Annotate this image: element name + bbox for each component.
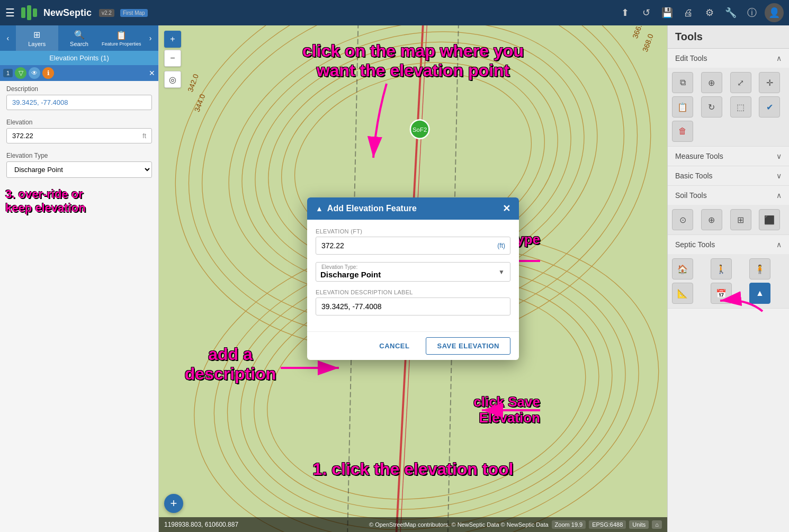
- elevation-points-header: Elevation Points (1): [0, 51, 158, 65]
- delete-tool-button[interactable]: 🗑: [672, 121, 693, 142]
- print-icon[interactable]: 🖨: [680, 4, 697, 21]
- elevation-input[interactable]: 372.22: [7, 129, 137, 143]
- measure-tools-header[interactable]: Measure Tools ∨: [668, 147, 789, 166]
- septic-person-tool[interactable]: 🚶: [711, 258, 732, 279]
- elevation-type-select[interactable]: Discharge Point High Point Low Point: [6, 161, 152, 178]
- soil-tool-1[interactable]: ⊙: [672, 209, 693, 230]
- soil-tool-3[interactable]: ⊞: [730, 209, 751, 230]
- tools-icon[interactable]: 🔧: [722, 4, 739, 21]
- basic-tools-header[interactable]: Basic Tools ∨: [668, 166, 789, 185]
- hamburger-menu-icon[interactable]: ☰: [5, 6, 15, 19]
- dialog-elevation-label: Elevation (ft): [316, 228, 510, 235]
- basic-tools-chevron-icon: ∨: [776, 172, 782, 180]
- sidebar-item-feature-properties[interactable]: 📋 Feature Properties: [100, 25, 142, 51]
- septic-measure-tool[interactable]: 📐: [672, 283, 693, 304]
- sidebar-back-arrow[interactable]: ‹: [0, 25, 16, 51]
- save-icon[interactable]: 💾: [659, 4, 676, 21]
- layer-close-icon[interactable]: ✕: [149, 69, 155, 77]
- soil-tools-label: Soil Tools: [675, 191, 707, 200]
- version-badge: v2.2: [99, 9, 114, 17]
- settings-icon[interactable]: ⚙: [701, 4, 718, 21]
- add-elevation-dialog: ▲ Add Elevation Feature ✕ Elevation (ft)…: [307, 197, 519, 360]
- edit-tools-header[interactable]: Edit Tools ∧: [668, 49, 789, 68]
- description-field: Description 39.3425, -77.4008: [0, 81, 158, 114]
- dialog-close-button[interactable]: ✕: [503, 204, 510, 213]
- layer-row: 1 ▽ 👁 ℹ ✕: [0, 65, 158, 81]
- dialog-title: Add Elevation Feature: [327, 204, 417, 213]
- tools-panel-header: Tools: [668, 25, 789, 49]
- dialog-footer: CANCEL SAVE ELEVATION: [307, 331, 519, 360]
- save-elevation-button[interactable]: SAVE ELEVATION: [426, 337, 510, 355]
- dialog-description-input[interactable]: [316, 297, 510, 315]
- sidebar-item-search[interactable]: 🔍 Search: [58, 25, 101, 51]
- dialog-elevation-wrapper: (ft): [316, 237, 510, 255]
- cancel-button[interactable]: CANCEL: [368, 337, 420, 355]
- app-name: NewSeptic: [43, 7, 92, 19]
- epsg-badge: EPSG:6488: [589, 520, 626, 529]
- topbar: ☰ NewSeptic v2.2 First Map ⬆ ↺ 💾 🖨 ⚙ 🔧 ⓘ…: [0, 0, 789, 25]
- soil-tool-4[interactable]: ⬛: [759, 209, 780, 230]
- statusbar-right: © OpenStreetMap contributors. © NewSepti…: [369, 520, 662, 529]
- sidebar-nav: ‹ ⊞ Layers 🔍 Search 📋 Feature Properties…: [0, 25, 158, 51]
- info-icon[interactable]: ⓘ: [743, 4, 760, 21]
- elevation-label: Elevation: [6, 119, 152, 126]
- app-logo: [21, 5, 37, 20]
- measure-tools-section: Measure Tools ∨: [668, 147, 789, 166]
- dialog-description-label: Elevation Description Label: [316, 289, 510, 295]
- duplicate-tool-button[interactable]: ⊕: [701, 72, 722, 93]
- elevation-type-field: Elevation Type Discharge Point High Poin…: [0, 148, 158, 182]
- elevation-field: Elevation 372.22 ft: [0, 114, 158, 148]
- dialog-elevation-suffix: (ft): [497, 242, 505, 249]
- home-statusbar-button[interactable]: ⌂: [652, 520, 662, 529]
- edit-tools-chevron-icon: ∧: [776, 54, 782, 62]
- description-label: Description: [6, 85, 152, 93]
- share-icon[interactable]: ⬆: [616, 4, 633, 21]
- dialog-type-select-wrapper: Elevation Type: Discharge Point High Poi…: [316, 262, 510, 282]
- sidebar-item-layers[interactable]: ⊞ Layers: [16, 25, 58, 51]
- septic-tools-label: Septic Tools: [675, 240, 715, 249]
- refresh-icon[interactable]: ↺: [638, 4, 654, 21]
- dialog-body: Elevation (ft) (ft) Elevation Type:: [307, 220, 519, 331]
- confirm-tool-button[interactable]: ✔: [759, 96, 780, 118]
- septic-tools-header[interactable]: Septic Tools ∧: [668, 235, 789, 254]
- resize-tool-button[interactable]: ⤢: [730, 72, 751, 93]
- soil-tools-header[interactable]: Soil Tools ∧: [668, 186, 789, 205]
- add-node-tool-button[interactable]: ✛: [759, 72, 780, 93]
- dialog-description-wrapper: [316, 297, 510, 315]
- septic-tools-chevron-icon: ∧: [776, 240, 782, 249]
- measure-tools-label: Measure Tools: [675, 152, 723, 160]
- layer-info-icon[interactable]: ℹ: [42, 67, 54, 79]
- main-layout: ‹ ⊞ Layers 🔍 Search 📋 Feature Properties…: [0, 25, 789, 532]
- units-button[interactable]: Units: [629, 520, 649, 529]
- map-badge: First Map: [120, 9, 148, 17]
- layer-visibility-icon[interactable]: 👁: [29, 67, 40, 79]
- septic-person2-tool[interactable]: 🧍: [749, 258, 770, 279]
- sidebar-feature-label: Feature Properties: [102, 41, 141, 47]
- map-add-button[interactable]: +: [164, 494, 183, 513]
- basic-tools-section: Basic Tools ∨: [668, 166, 789, 186]
- sidebar-forward-arrow[interactable]: ›: [142, 25, 158, 51]
- soil-tool-2[interactable]: ⊕: [701, 209, 722, 230]
- dialog-header: ▲ Add Elevation Feature ✕: [307, 197, 519, 220]
- map-container[interactable]: 338.0 340.0 342.0 344.0 346.0 348.0 350.…: [159, 25, 667, 532]
- elevation-unit: ft: [137, 129, 151, 143]
- sidebar-search-label: Search: [70, 41, 88, 47]
- edit-vertices-button[interactable]: ⬚: [730, 96, 751, 118]
- dialog-warning-icon: ▲: [316, 204, 323, 213]
- annotation-step3: 3. over-ride orkeep elevation: [5, 187, 153, 215]
- edit-tools-label: Edit Tools: [675, 54, 707, 62]
- layer-marker-icon[interactable]: ▽: [15, 67, 26, 79]
- coordinates-display: 1198938.803, 610600.887: [164, 521, 238, 528]
- copy-tool-button[interactable]: ⧉: [672, 72, 693, 93]
- soil-tools-grid: ⊙ ⊕ ⊞ ⬛: [668, 205, 789, 235]
- dialog-elevation-input[interactable]: [316, 237, 510, 255]
- elevation-type-label: Elevation Type: [6, 152, 152, 159]
- paste-tool-button[interactable]: 📋: [672, 96, 693, 118]
- avatar[interactable]: 👤: [765, 3, 784, 22]
- rotate-tool-button[interactable]: ↻: [701, 96, 722, 118]
- search-icon: 🔍: [74, 30, 85, 40]
- septic-house-tool[interactable]: 🏠: [672, 258, 693, 279]
- elevation-input-row: 372.22 ft: [6, 128, 152, 143]
- sidebar: ‹ ⊞ Layers 🔍 Search 📋 Feature Properties…: [0, 25, 159, 532]
- layer-badge: 1: [3, 69, 13, 77]
